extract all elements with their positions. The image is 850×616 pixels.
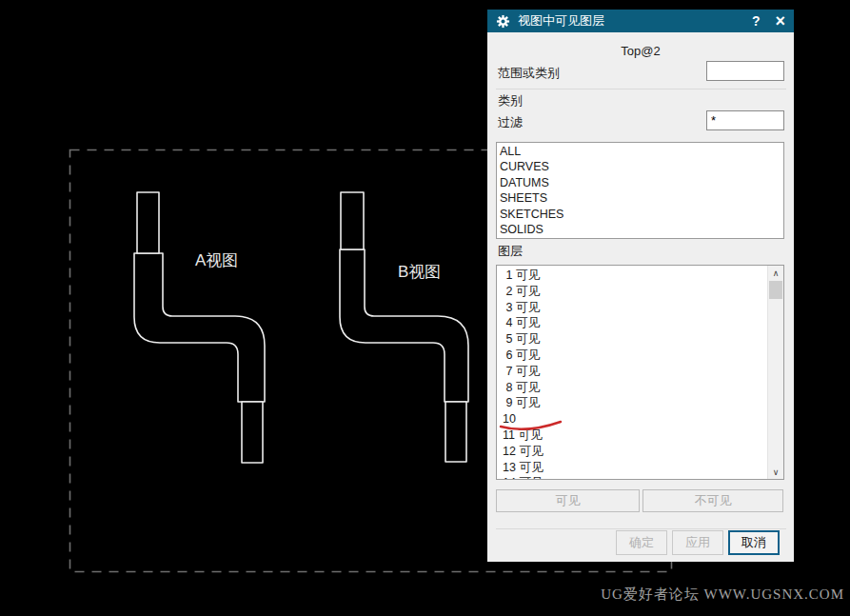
scroll-down-icon[interactable]: ∨ bbox=[768, 465, 783, 479]
category-item[interactable]: CURVES bbox=[497, 159, 783, 174]
category-item[interactable]: SOLIDS bbox=[497, 222, 783, 237]
dialog-title: 视图中可见图层 bbox=[518, 12, 752, 30]
gear-icon bbox=[496, 14, 510, 29]
pipe-b-top-fitting bbox=[341, 192, 364, 249]
category-item[interactable]: DATUMS bbox=[497, 175, 783, 190]
layer-item[interactable]: 2 可见 bbox=[497, 284, 767, 300]
layer-item[interactable]: 1 可见 bbox=[497, 268, 767, 284]
dialog-titlebar[interactable]: 视图中可见图层 ? × bbox=[487, 10, 794, 32]
invisible-button[interactable]: 不可见 bbox=[642, 489, 783, 512]
category-item[interactable]: ALL bbox=[497, 144, 783, 159]
layer-item[interactable]: 6 可见 bbox=[497, 348, 767, 364]
view-b-label: B视图 bbox=[398, 263, 441, 281]
layer-item[interactable]: 12 可见 bbox=[497, 444, 767, 460]
scrollbar-thumb[interactable] bbox=[769, 281, 782, 299]
filter-input[interactable] bbox=[706, 110, 784, 130]
range-or-category-input[interactable] bbox=[706, 61, 784, 81]
forum-watermark: UG爱好者论坛 WWW.UGSNX.COM bbox=[601, 586, 844, 604]
view-name-label: Top@2 bbox=[487, 44, 794, 58]
range-or-category-label: 范围或类别 bbox=[498, 65, 560, 82]
separator bbox=[496, 89, 786, 89]
scroll-up-icon[interactable]: ∧ bbox=[768, 266, 783, 280]
pipe-b-bottom-fitting bbox=[445, 402, 466, 462]
pipe-a-top-fitting bbox=[137, 192, 159, 253]
app-stage: A视图 B视图 视图中可见图层 ? × Top@2 范围或类别 类别 bbox=[0, 0, 850, 616]
layer-item[interactable]: 4 可见 bbox=[497, 315, 767, 331]
layer-rows: 1 可见 2 可见 3 可见 4 可见 5 可见 6 可见 7 可见 8 可见 … bbox=[497, 268, 767, 479]
view-a-label: A视图 bbox=[195, 251, 238, 269]
dialog-footer: 确定 应用 取消 bbox=[616, 530, 780, 555]
layer-list-scrollbar[interactable]: ∧ ∨ bbox=[767, 266, 783, 479]
close-icon[interactable]: × bbox=[775, 14, 785, 28]
layer-item[interactable]: 8 可见 bbox=[497, 380, 767, 396]
layer-item[interactable]: 14 可见 bbox=[497, 475, 767, 479]
layer-item[interactable]: 13 可见 bbox=[497, 460, 767, 476]
layer-item[interactable]: 9 可见 bbox=[497, 395, 767, 411]
filter-label: 过滤 bbox=[498, 114, 523, 131]
category-item[interactable]: SKETCHES bbox=[497, 207, 783, 222]
apply-button[interactable]: 应用 bbox=[672, 530, 723, 555]
separator bbox=[496, 528, 786, 529]
layers-section-label: 图层 bbox=[498, 243, 523, 260]
cancel-button[interactable]: 取消 bbox=[728, 530, 780, 555]
layer-list[interactable]: 1 可见 2 可见 3 可见 4 可见 5 可见 6 可见 7 可见 8 可见 … bbox=[496, 265, 784, 480]
layer-item[interactable]: 11 可见 bbox=[497, 427, 767, 444]
layer-item[interactable]: 3 可见 bbox=[497, 300, 767, 316]
visible-button[interactable]: 可见 bbox=[496, 489, 640, 512]
layer-item[interactable]: 5 可见 bbox=[497, 331, 767, 348]
layer-item[interactable]: 10 bbox=[497, 411, 767, 427]
pipe-a-bottom-fitting bbox=[242, 402, 263, 463]
help-button[interactable]: ? bbox=[752, 13, 761, 29]
category-list[interactable]: ALLCURVESDATUMSSHEETSSKETCHESSOLIDS bbox=[496, 142, 784, 239]
layer-item[interactable]: 7 可见 bbox=[497, 364, 767, 380]
pipe-a-body bbox=[134, 253, 265, 402]
ok-button[interactable]: 确定 bbox=[616, 530, 667, 555]
category-item[interactable]: SHEETS bbox=[497, 190, 783, 206]
category-section-label: 类别 bbox=[498, 92, 523, 109]
visible-layers-dialog: 视图中可见图层 ? × Top@2 范围或类别 类别 过滤 ALLCURVESD… bbox=[487, 10, 794, 562]
